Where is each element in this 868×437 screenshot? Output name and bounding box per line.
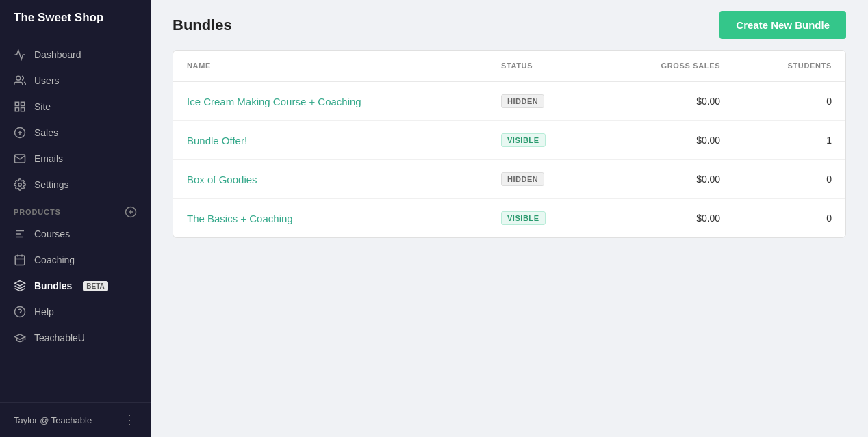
create-new-bundle-button[interactable]: Create New Bundle — [719, 11, 846, 39]
page-title: Bundles — [173, 16, 232, 34]
settings-icon — [14, 178, 26, 191]
bundle-name-link[interactable]: Box of Goodies — [187, 174, 257, 185]
main-header: Bundles Create New Bundle — [151, 0, 868, 50]
user-name: Taylor @ Teachable — [14, 415, 92, 425]
table-row: Ice Cream Making Course + Coaching HIDDE… — [173, 81, 845, 121]
add-product-icon[interactable] — [125, 206, 137, 218]
beta-badge: BETA — [83, 281, 107, 291]
bundle-students-cell: 0 — [734, 199, 845, 238]
teachableu-icon — [14, 332, 26, 344]
col-header-gross-sales: GROSS SALES — [599, 51, 734, 81]
sidebar-item-sales[interactable]: Sales — [0, 120, 151, 146]
sidebar-item-teachableu[interactable]: TeachableU — [0, 325, 151, 351]
users-icon — [14, 75, 26, 87]
sidebar-item-courses[interactable]: Courses — [0, 221, 151, 247]
sidebar-item-users[interactable]: Users — [0, 68, 151, 94]
bundle-name-cell: Bundle Offer! — [173, 121, 487, 160]
main-content: Bundles Create New Bundle NAME STATUS GR… — [151, 0, 868, 437]
sales-icon — [14, 127, 26, 139]
col-header-status: STATUS — [487, 51, 599, 81]
emails-icon — [14, 153, 26, 165]
bundles-icon — [14, 280, 26, 292]
bundle-gross-sales-cell: $0.00 — [599, 160, 734, 199]
bundles-table-card: NAME STATUS GROSS SALES STUDENTS Ice Cre… — [173, 50, 846, 238]
dashboard-icon — [14, 49, 26, 61]
svg-point-8 — [18, 183, 22, 187]
svg-rect-15 — [15, 256, 25, 265]
help-icon — [14, 306, 26, 318]
status-badge: HIDDEN — [501, 94, 544, 108]
bundle-gross-sales-cell: $0.00 — [599, 81, 734, 121]
bundle-name-link[interactable]: Bundle Offer! — [187, 135, 247, 146]
site-icon — [14, 101, 26, 113]
table-row: The Basics + Coaching VISIBLE $0.00 0 — [173, 199, 845, 238]
bundle-status-cell: HIDDEN — [487, 160, 599, 199]
table-row: Bundle Offer! VISIBLE $0.00 1 — [173, 121, 845, 160]
sidebar-nav: Dashboard Users Site Sales — [0, 36, 151, 402]
svg-point-0 — [16, 76, 21, 80]
bundle-name-link[interactable]: Ice Cream Making Course + Coaching — [187, 96, 361, 107]
status-badge: VISIBLE — [501, 211, 546, 225]
sidebar-item-coaching[interactable]: Coaching — [0, 247, 151, 273]
bundles-table-body: Ice Cream Making Course + Coaching HIDDE… — [173, 81, 845, 237]
bundle-gross-sales-cell: $0.00 — [599, 199, 734, 238]
svg-rect-1 — [15, 102, 18, 105]
sidebar-item-site[interactable]: Site — [0, 94, 151, 120]
svg-rect-4 — [21, 108, 25, 111]
sidebar: The Sweet Shop Dashboard Users Site — [0, 0, 151, 437]
sidebar-item-settings[interactable]: Settings — [0, 172, 151, 198]
products-section-label: PRODUCTS — [0, 198, 151, 221]
sidebar-item-bundles[interactable]: Bundles BETA — [0, 273, 151, 299]
bundle-status-cell: VISIBLE — [487, 199, 599, 238]
sidebar-item-help[interactable]: Help — [0, 299, 151, 325]
sidebar-footer: Taylor @ Teachable ⋮ — [0, 402, 151, 437]
app-logo: The Sweet Shop — [0, 0, 151, 36]
status-badge: HIDDEN — [501, 172, 544, 186]
bundle-students-cell: 0 — [734, 160, 845, 199]
bundle-status-cell: HIDDEN — [487, 81, 599, 121]
footer-menu-dots[interactable]: ⋮ — [123, 412, 137, 427]
bundle-name-cell: Ice Cream Making Course + Coaching — [173, 81, 487, 121]
bundle-gross-sales-cell: $0.00 — [599, 121, 734, 160]
status-badge: VISIBLE — [501, 133, 546, 147]
bundle-name-cell: Box of Goodies — [173, 160, 487, 199]
bundle-students-cell: 0 — [734, 81, 845, 121]
bundle-students-cell: 1 — [734, 121, 845, 160]
svg-rect-3 — [15, 108, 18, 111]
sidebar-item-emails[interactable]: Emails — [0, 146, 151, 172]
col-header-name: NAME — [173, 51, 487, 81]
col-header-students: STUDENTS — [734, 51, 845, 81]
bundle-name-cell: The Basics + Coaching — [173, 199, 487, 238]
bundles-table: NAME STATUS GROSS SALES STUDENTS Ice Cre… — [173, 51, 845, 237]
svg-rect-2 — [21, 102, 25, 105]
courses-icon — [14, 228, 26, 240]
coaching-icon — [14, 254, 26, 266]
table-header-row: NAME STATUS GROSS SALES STUDENTS — [173, 51, 845, 81]
bundle-name-link[interactable]: The Basics + Coaching — [187, 213, 293, 224]
table-row: Box of Goodies HIDDEN $0.00 0 — [173, 160, 845, 199]
svg-marker-19 — [15, 281, 25, 287]
sidebar-item-dashboard[interactable]: Dashboard — [0, 42, 151, 68]
bundle-status-cell: VISIBLE — [487, 121, 599, 160]
